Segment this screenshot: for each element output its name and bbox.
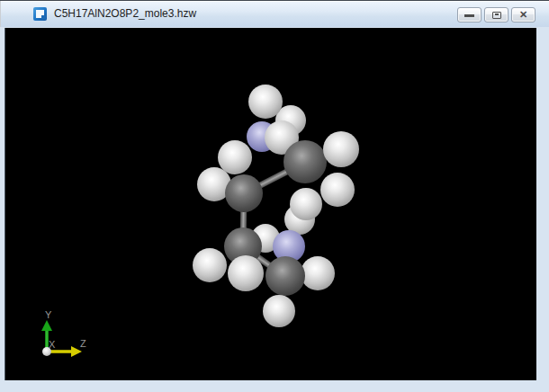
atom-H[interactable] [323, 131, 359, 167]
atom-H[interactable] [228, 255, 264, 291]
atom-C[interactable] [284, 140, 327, 183]
minimize-icon [464, 14, 474, 17]
atom-H[interactable] [320, 173, 355, 207]
axis-y-label: Y [45, 309, 51, 320]
atom-H[interactable] [193, 248, 227, 282]
close-icon: ✕ [519, 10, 527, 20]
molecule-canvas[interactable]: Y Z X [5, 28, 536, 380]
y-axis-arrow-shaft [45, 330, 49, 352]
axis-x-label: X [49, 339, 55, 350]
z-axis-arrow-shaft [47, 350, 71, 353]
axis-origin-ball [42, 347, 51, 356]
y-axis-arrow-head [41, 320, 52, 331]
restore-button[interactable] [484, 7, 508, 22]
close-button[interactable]: ✕ [511, 7, 536, 22]
axis-z-label: Z [80, 338, 86, 349]
minimize-button[interactable] [457, 7, 482, 22]
axis-indicator: Y Z X [5, 28, 536, 380]
atom-H[interactable] [248, 85, 283, 119]
window-title: C5H17AlN2O8P2_mole3.hzw [54, 7, 196, 20]
restore-icon [492, 12, 501, 19]
atom-H[interactable] [301, 256, 335, 290]
atom-H[interactable] [263, 295, 295, 327]
atom-H[interactable] [290, 188, 322, 220]
atom-C[interactable] [225, 174, 263, 212]
title-bar[interactable]: C5H17AlN2O8P2_mole3.hzw ✕ [0, 1, 549, 27]
viewer-window: C5H17AlN2O8P2_mole3.hzw ✕ Y Z X [0, 0, 549, 392]
app-icon-glyph-notch [41, 15, 46, 20]
atom-C[interactable] [266, 256, 305, 296]
window-controls: ✕ [457, 7, 536, 22]
app-icon[interactable] [33, 7, 47, 21]
z-axis-arrow-head [71, 346, 82, 357]
